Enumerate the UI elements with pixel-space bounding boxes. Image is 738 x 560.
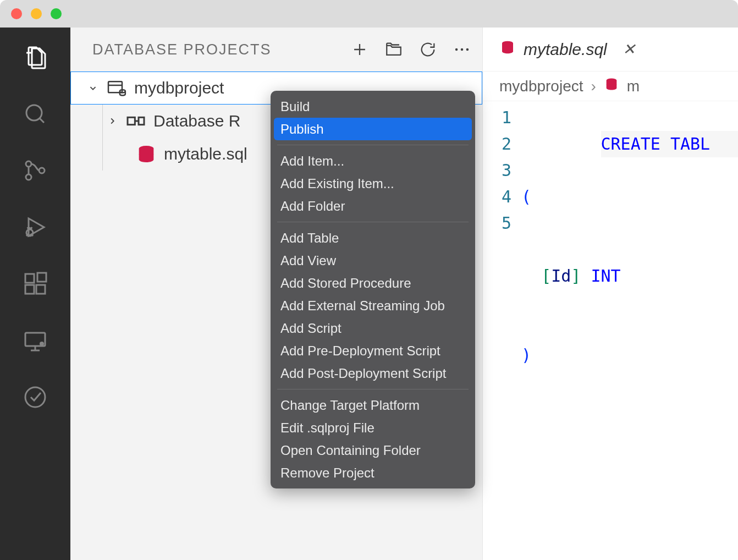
project-icon: [106, 77, 128, 99]
menu-separator: [277, 389, 469, 389]
references-icon: [125, 110, 147, 132]
svg-rect-18: [139, 117, 144, 124]
refresh-icon[interactable]: [418, 40, 437, 59]
ctx-label: Open Containing Folder: [280, 443, 421, 458]
database-icon: [604, 76, 619, 96]
svg-rect-17: [128, 117, 135, 124]
window-titlebar: [0, 0, 738, 28]
svg-point-2: [26, 174, 31, 180]
close-window-button[interactable]: [11, 8, 22, 19]
ctx-label: Change Target Platform: [280, 398, 420, 413]
svg-rect-7: [36, 285, 45, 294]
code-bracket: ): [521, 345, 531, 365]
ctx-add-streaming-job[interactable]: Add External Streaming Job: [271, 294, 475, 317]
svg-point-14: [466, 48, 469, 51]
ctx-label: Build: [280, 99, 310, 114]
code-type: INT: [591, 266, 620, 286]
sidebar-title: DATABASE PROJECTS: [92, 41, 350, 58]
line-gutter: 1 2 3 4 5: [483, 105, 521, 501]
ctx-label: Add Existing Item...: [280, 176, 394, 191]
code-editor[interactable]: 1 2 3 4 5 CREATE TABL ( [Id] INT ): [483, 101, 738, 501]
ctx-label: Add Table: [280, 230, 339, 246]
code-keyword: CREATE: [601, 134, 660, 153]
tree-file-label: mytable.sql: [164, 145, 247, 163]
code-identifier: Id: [551, 266, 571, 286]
ctx-label: Add View: [280, 253, 336, 268]
breadcrumb-tail: m: [627, 78, 640, 95]
ctx-add-script[interactable]: Add Script: [271, 317, 475, 339]
svg-point-12: [455, 48, 458, 51]
extensions-icon[interactable]: [22, 271, 48, 297]
remote-icon[interactable]: [22, 327, 48, 354]
editor-area: mytable.sql ✕ mydbproject › m 1 2 3 4 5 …: [483, 28, 738, 560]
menu-separator: [277, 222, 469, 222]
breadcrumb[interactable]: mydbproject › m: [483, 72, 738, 101]
svg-point-13: [461, 48, 464, 51]
search-icon[interactable]: [22, 101, 48, 127]
ctx-label: Publish: [280, 122, 324, 137]
ctx-edit-sqlproj[interactable]: Edit .sqlproj File: [271, 416, 475, 439]
more-actions-icon[interactable]: [453, 40, 471, 59]
ctx-add-view[interactable]: Add View: [271, 249, 475, 272]
ctx-add-post-deploy[interactable]: Add Post-Deployment Script: [271, 362, 475, 385]
zoom-window-button[interactable]: [51, 8, 62, 19]
ctx-build[interactable]: Build: [271, 95, 475, 118]
chevron-right-icon: ›: [591, 78, 596, 95]
source-control-icon[interactable]: [22, 157, 48, 184]
new-project-icon[interactable]: [350, 40, 369, 59]
ctx-add-table[interactable]: Add Table: [271, 227, 475, 249]
svg-point-10: [40, 342, 44, 346]
explorer-icon[interactable]: [22, 44, 48, 70]
tree-project-label: mydbproject: [134, 79, 224, 97]
svg-point-11: [25, 387, 45, 407]
svg-rect-8: [37, 273, 46, 282]
ctx-add-pre-deploy[interactable]: Add Pre-Deployment Script: [271, 339, 475, 362]
code-keyword: TABL: [670, 134, 710, 153]
activity-bar: [0, 28, 70, 560]
ctx-open-folder[interactable]: Open Containing Folder: [271, 439, 475, 462]
database-file-icon: [135, 143, 157, 165]
ctx-label: Add Post-Deployment Script: [280, 366, 446, 381]
line-number: 4: [483, 184, 511, 210]
svg-point-3: [39, 168, 45, 173]
ctx-add-sproc[interactable]: Add Stored Procedure: [271, 272, 475, 294]
open-project-icon[interactable]: [384, 40, 403, 59]
ctx-label: Add Folder: [280, 199, 345, 214]
ctx-publish[interactable]: Publish: [274, 118, 472, 140]
task-check-icon[interactable]: [22, 384, 48, 410]
code-lines: CREATE TABL ( [Id] INT ): [521, 105, 738, 501]
ctx-label: Edit .sqlproj File: [280, 420, 374, 436]
svg-point-0: [26, 105, 42, 120]
run-debug-icon[interactable]: [22, 214, 48, 240]
ctx-label: Add External Streaming Job: [280, 298, 445, 314]
close-tab-icon[interactable]: ✕: [623, 40, 635, 58]
breadcrumb-root: mydbproject: [499, 78, 583, 95]
chevron-right-icon: [106, 115, 118, 127]
svg-rect-5: [25, 274, 34, 283]
ctx-add-existing-item[interactable]: Add Existing Item...: [271, 172, 475, 195]
line-number: 5: [483, 210, 511, 237]
svg-rect-6: [25, 285, 34, 294]
code-bracket: (: [521, 187, 531, 206]
line-number: 2: [483, 131, 511, 157]
menu-separator: [277, 145, 469, 145]
ctx-label: Remove Project: [280, 465, 374, 481]
line-number: 3: [483, 157, 511, 184]
ctx-add-folder[interactable]: Add Folder: [271, 195, 475, 217]
database-icon: [499, 39, 516, 59]
editor-tab-label: mytable.sql: [524, 40, 607, 59]
ctx-change-target[interactable]: Change Target Platform: [271, 394, 475, 416]
svg-point-1: [26, 161, 31, 167]
chevron-down-icon: [87, 82, 99, 94]
tree-folder-label: Database R: [153, 112, 240, 130]
minimize-window-button[interactable]: [31, 8, 42, 19]
editor-tab[interactable]: mytable.sql ✕: [499, 39, 635, 59]
ctx-remove-project[interactable]: Remove Project: [271, 462, 475, 484]
ctx-label: Add Script: [280, 321, 342, 336]
ctx-label: Add Item...: [280, 153, 344, 169]
code-bracket: ]: [571, 266, 581, 286]
ctx-add-item[interactable]: Add Item...: [271, 150, 475, 172]
ctx-label: Add Pre-Deployment Script: [280, 343, 440, 359]
context-menu: Build Publish Add Item... Add Existing I…: [271, 91, 475, 488]
line-number: 1: [483, 105, 511, 131]
